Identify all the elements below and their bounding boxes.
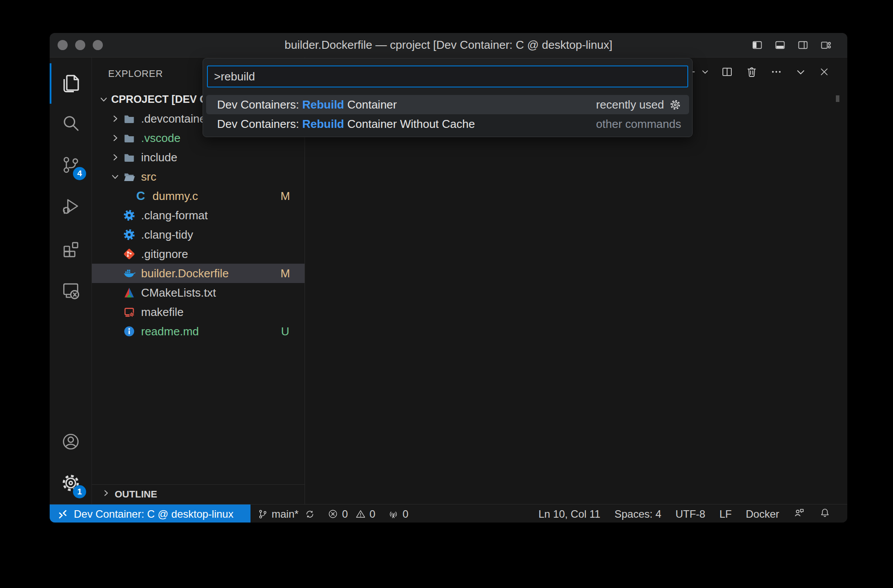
command-palette: Dev Containers: Rebuild Container recent…	[203, 58, 693, 137]
window-title: builder.Dockerfile — cproject [Dev Conta…	[284, 38, 612, 52]
more-actions-icon[interactable]	[770, 65, 783, 78]
eol-item[interactable]: LF	[719, 508, 732, 520]
status-left-items: main* 0 0 0	[258, 508, 408, 520]
command-row-rebuild-container[interactable]: Dev Containers: Rebuild Container recent…	[206, 95, 689, 114]
account-icon	[61, 432, 81, 452]
chevron-right-icon	[109, 113, 121, 124]
toggle-sidebar-icon[interactable]	[751, 39, 764, 51]
indentation-item[interactable]: Spaces: 4	[614, 508, 661, 520]
ports-item[interactable]: 0	[388, 508, 408, 520]
radio-tower-icon	[388, 508, 399, 520]
panel-toolbar	[685, 65, 830, 78]
folder-icon	[123, 112, 136, 125]
tree-item-dummy-c[interactable]: C dummy.c M	[92, 186, 305, 206]
zoom-window-button[interactable]	[93, 40, 103, 50]
activity-bar: 4 1	[50, 58, 92, 504]
chevron-right-icon	[109, 152, 121, 163]
command-row-rebuild-without-cache[interactable]: Dev Containers: Rebuild Container Withou…	[206, 114, 689, 134]
hide-panel-chevron-icon[interactable]	[795, 67, 806, 77]
configure-keybinding-gear-icon[interactable]	[669, 99, 681, 111]
encoding-item[interactable]: UTF-8	[675, 508, 705, 520]
tree-item-builder-dockerfile[interactable]: builder.Dockerfile M	[92, 264, 305, 283]
tree-item-readme[interactable]: readme.md U	[92, 322, 305, 341]
sidebar-item-run-debug[interactable]	[50, 185, 91, 227]
chevron-down-icon	[109, 171, 121, 182]
status-right-items: Ln 10, Col 11 Spaces: 4 UTF-8 LF Docker	[538, 507, 847, 521]
notifications-item[interactable]	[819, 507, 831, 521]
toggle-panel-icon[interactable]	[773, 39, 787, 51]
tree-item-cmakelists[interactable]: CMakeLists.txt	[92, 283, 305, 302]
close-panel-icon[interactable]	[819, 66, 830, 77]
git-badge: M	[276, 189, 294, 203]
sidebar-item-remote-explorer[interactable]	[50, 269, 91, 311]
docker-file-icon	[123, 267, 136, 280]
chevron-right-icon	[109, 132, 121, 144]
terminal-profile-chevron-icon[interactable]	[701, 68, 709, 76]
extensions-icon	[61, 239, 81, 259]
status-bar: Dev Container: C @ desktop-linux main* 0…	[50, 504, 847, 523]
chevron-right-icon	[101, 488, 111, 501]
folder-icon	[123, 151, 136, 164]
traffic-lights	[50, 40, 103, 50]
sidebar-item-source-control[interactable]: 4	[50, 144, 91, 185]
tree-item-makefile[interactable]: makefile	[92, 302, 305, 322]
settings-button[interactable]: 1	[50, 462, 91, 504]
customize-layout-icon[interactable]	[819, 39, 832, 51]
toggle-secondary-sidebar-icon[interactable]	[796, 39, 810, 51]
split-terminal-icon[interactable]	[721, 65, 733, 78]
feedback-icon	[793, 507, 805, 519]
git-branch-item[interactable]: main*	[258, 508, 315, 520]
error-icon	[327, 508, 338, 519]
git-file-icon	[123, 247, 136, 261]
gear-file-icon	[123, 209, 136, 222]
warning-icon	[355, 508, 366, 519]
outline-section-header[interactable]: OUTLINE	[92, 484, 305, 504]
layout-controls	[751, 39, 847, 51]
remote-icon	[57, 508, 69, 520]
problems-item[interactable]: 0 0	[327, 508, 375, 520]
language-mode-item[interactable]: Docker	[746, 508, 779, 520]
settings-badge: 1	[73, 485, 86, 498]
c-file-icon: C	[134, 189, 147, 203]
search-icon	[61, 113, 81, 133]
remote-indicator[interactable]: Dev Container: C @ desktop-linux	[50, 505, 250, 523]
screen: builder.Dockerfile — cproject [Dev Conta…	[0, 0, 893, 588]
tree-item-gitignore[interactable]: .gitignore	[92, 244, 305, 264]
branch-icon	[258, 509, 268, 519]
kill-terminal-icon[interactable]	[745, 65, 758, 78]
gear-file-icon	[123, 228, 136, 241]
tree-item-clang-tidy[interactable]: .clang-tidy	[92, 225, 305, 244]
sidebar-item-extensions[interactable]	[50, 228, 91, 270]
sidebar-item-explorer[interactable]	[50, 62, 91, 104]
sidebar-item-search[interactable]	[50, 102, 91, 144]
git-badge: M	[276, 267, 294, 280]
folder-icon	[123, 131, 136, 145]
bell-icon	[819, 507, 831, 519]
minimize-window-button[interactable]	[75, 40, 85, 50]
git-badge: U	[276, 325, 294, 338]
makefile-icon	[123, 305, 136, 319]
folder-open-icon	[123, 170, 136, 183]
tree-item-clang-format[interactable]: .clang-format	[92, 206, 305, 225]
remote-explorer-icon	[61, 280, 81, 300]
tree-item-src[interactable]: src	[92, 167, 305, 186]
titlebar: builder.Dockerfile — cproject [Dev Conta…	[50, 33, 847, 58]
source-control-badge: 4	[73, 167, 86, 180]
vscode-window: builder.Dockerfile — cproject [Dev Conta…	[50, 33, 847, 523]
sync-icon[interactable]	[305, 509, 315, 519]
scrollbar-thumb[interactable]	[836, 95, 839, 102]
command-palette-results: Dev Containers: Rebuild Container recent…	[206, 95, 689, 134]
close-window-button[interactable]	[58, 40, 68, 50]
files-icon	[60, 73, 81, 94]
command-palette-input[interactable]	[207, 65, 688, 87]
chevron-down-icon	[98, 94, 109, 105]
account-button[interactable]	[50, 421, 91, 462]
tree-item-include[interactable]: include	[92, 148, 305, 167]
run-debug-icon	[61, 196, 81, 216]
cmake-file-icon	[123, 286, 136, 299]
info-file-icon	[123, 325, 136, 338]
cursor-position-item[interactable]: Ln 10, Col 11	[538, 508, 600, 520]
feedback-item[interactable]	[793, 507, 805, 521]
